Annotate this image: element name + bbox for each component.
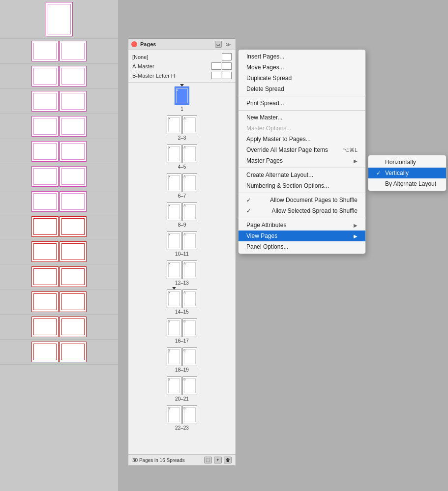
page-thumb-14[interactable]: A — [167, 289, 181, 308]
menu-override-master[interactable]: Override All Master Page Items ⌥⌘L — [239, 144, 365, 155]
thumb-page-right[interactable] — [60, 116, 87, 137]
page-thumb-8[interactable]: A — [167, 202, 181, 221]
thumb-page-right[interactable] — [60, 166, 87, 187]
thumb-page-left[interactable] — [31, 41, 59, 61]
thumb-page-right-red[interactable] — [60, 266, 87, 287]
thumb-row-red-2[interactable] — [0, 264, 118, 289]
new-page-button[interactable]: + — [214, 457, 222, 463]
thumb-page-left-red[interactable] — [31, 317, 59, 337]
menu-move-pages[interactable]: Move Pages... — [239, 62, 365, 73]
spread-6-7[interactable]: A A 6–7 — [128, 172, 236, 201]
spread-22-23[interactable]: B B 22–23 — [128, 404, 236, 433]
page-thumb-20[interactable]: B — [167, 376, 181, 395]
submenu-alternate-layout[interactable]: By Alternate Layout — [368, 178, 446, 189]
thumb-page-right[interactable] — [60, 91, 87, 112]
thumb-page-left[interactable] — [31, 191, 59, 212]
menu-allow-spread-shuffle[interactable]: ✓ Allow Selected Spread to Shuffle — [239, 205, 365, 216]
thumb-row-6[interactable] — [0, 189, 118, 214]
thumb-row-2[interactable] — [0, 89, 118, 114]
spread-20-21[interactable]: B B 20–21 — [128, 375, 236, 404]
menu-view-pages[interactable]: View Pages ▶ — [239, 231, 365, 241]
thumb-page-right-red[interactable] — [60, 291, 87, 312]
page-thumb-7[interactable]: A — [182, 173, 197, 192]
menu-allow-doc-shuffle[interactable]: ✓ Allow Document Pages to Shuffle — [239, 195, 365, 205]
panel-close-button[interactable] — [131, 41, 137, 47]
page-thumb-12[interactable]: A — [167, 260, 181, 279]
page-thumb-5[interactable]: A — [182, 144, 197, 163]
master-a-row[interactable]: A-Master — [132, 61, 232, 71]
thumb-page-left-red[interactable] — [31, 342, 59, 362]
page-thumb-19[interactable]: B — [182, 347, 197, 366]
thumb-page-left-red[interactable] — [31, 216, 59, 237]
thumb-row-3[interactable] — [0, 114, 118, 139]
page-thumb-10[interactable]: A — [167, 231, 181, 250]
page-thumb-11[interactable]: A — [182, 231, 197, 250]
menu-print-spread[interactable]: Print Spread... — [239, 98, 365, 109]
submenu-horizontally[interactable]: Horizontally — [368, 157, 446, 168]
thumb-page-left[interactable] — [31, 141, 59, 162]
menu-apply-master[interactable]: Apply Master to Pages... — [239, 134, 365, 144]
spread-8-9[interactable]: A A 8–9 — [128, 201, 236, 230]
thumb-page-right-red[interactable] — [60, 241, 87, 262]
page-thumb-13[interactable]: A — [182, 260, 197, 279]
spread-14-15[interactable]: A A 14–15 — [128, 288, 236, 317]
spread-18-19[interactable]: B B 18–19 — [128, 346, 236, 375]
menu-master-pages[interactable]: Master Pages ▶ — [239, 155, 365, 166]
spread-4-5[interactable]: A A 4–5 — [128, 143, 236, 172]
page-thumb-21[interactable]: B — [182, 376, 197, 395]
page-thumb-16[interactable]: B — [167, 318, 181, 337]
thumb-page-left-red[interactable] — [31, 291, 59, 312]
thumb-row-red-1[interactable] — [0, 239, 118, 264]
spread-12-13[interactable]: A A 12–13 — [128, 259, 236, 288]
thumb-page-right-red[interactable] — [60, 342, 87, 362]
thumb-page-left[interactable] — [31, 91, 59, 112]
thumb-row-5[interactable] — [0, 164, 118, 189]
menu-page-attributes[interactable]: Page Attributes ▶ — [239, 220, 365, 231]
spread-1[interactable]: 1 1 — [128, 85, 236, 114]
page-thumb-18[interactable]: B — [167, 347, 181, 366]
thumb-single-page[interactable] — [46, 2, 73, 36]
thumb-row-red-4[interactable] — [0, 315, 118, 340]
menu-duplicate-spread[interactable]: Duplicate Spread — [239, 73, 365, 84]
thumb-row-red-5[interactable] — [0, 340, 118, 365]
thumb-page-left[interactable] — [31, 66, 59, 87]
thumb-page-left-red[interactable] — [31, 241, 59, 262]
submenu-vertically[interactable]: ✓ Vertically — [368, 168, 446, 178]
thumb-page-left-red[interactable] — [31, 266, 59, 287]
page-thumb-3[interactable]: A — [182, 116, 197, 134]
thumb-row-4[interactable] — [0, 139, 118, 164]
thumb-page-right[interactable] — [60, 191, 87, 212]
thumb-page-left[interactable] — [31, 116, 59, 137]
page-thumb-17[interactable]: B — [182, 318, 197, 337]
pages-scroll-area[interactable]: 1 1 A A 2–3 A A 4–5 A A — [128, 83, 236, 454]
thumb-row-red-0[interactable] — [0, 214, 118, 239]
thumb-row-single[interactable] — [0, 0, 118, 39]
menu-panel-options[interactable]: Panel Options... — [239, 241, 365, 252]
thumb-page-right-red[interactable] — [60, 317, 87, 337]
page-thumb-6[interactable]: A — [167, 173, 181, 192]
menu-delete-spread[interactable]: Delete Spread — [239, 84, 365, 94]
thumb-row-red-3[interactable] — [0, 289, 118, 315]
spread-16-17[interactable]: B B 16–17 — [128, 317, 236, 346]
menu-new-master[interactable]: New Master... — [239, 112, 365, 123]
thumb-page-left[interactable] — [31, 166, 59, 187]
menu-insert-pages[interactable]: Insert Pages... — [239, 51, 365, 62]
page-thumb-9[interactable]: A — [182, 202, 197, 221]
page-thumb-15[interactable]: A — [182, 289, 197, 308]
thumb-page-right[interactable] — [60, 141, 87, 162]
thumb-page-right-red[interactable] — [60, 216, 87, 237]
menu-create-alternate[interactable]: Create Alternate Layout... — [239, 170, 365, 180]
page-thumb-4[interactable]: A — [167, 144, 181, 163]
page-thumb-22[interactable]: B — [167, 405, 181, 424]
spread-10-11[interactable]: A A 10–11 — [128, 230, 236, 259]
page-thumb-2[interactable]: A — [167, 116, 181, 134]
thumb-row-1[interactable] — [0, 64, 118, 89]
page-thumb-23[interactable]: B — [182, 405, 197, 424]
thumb-page-right[interactable] — [60, 41, 87, 61]
new-master-button[interactable]: ⬚ — [204, 457, 212, 463]
menu-numbering[interactable]: Numbering & Section Options... — [239, 180, 365, 191]
thumb-row-0[interactable] — [0, 39, 118, 64]
thumb-page-right[interactable] — [60, 66, 87, 87]
panel-expand-button[interactable]: ≫ — [224, 42, 233, 47]
spread-2-3[interactable]: A A 2–3 — [128, 114, 236, 143]
